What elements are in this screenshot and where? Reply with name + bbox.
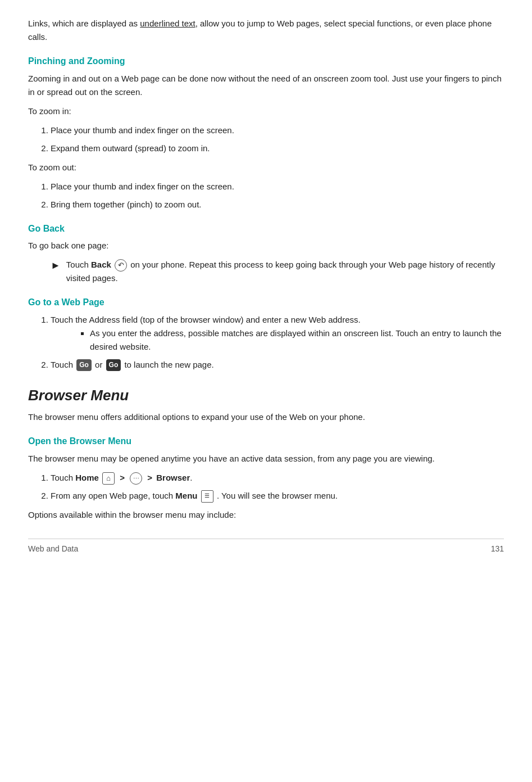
go-back-step-content: Touch Back ↶ on your phone. Repeat this …	[66, 258, 504, 285]
browser-menu-section: Browser Menu The browser menu offers add…	[28, 384, 504, 522]
touch-home-pre: Touch	[51, 473, 75, 482]
open-browser-menu-intro: The browser menu may be opened anytime y…	[28, 452, 504, 465]
go-button-icon-1: Go	[76, 359, 92, 371]
pinching-intro: Zooming in and out on a Web page can be …	[28, 72, 504, 99]
list-item: As you enter the address, possible match…	[90, 327, 504, 354]
footer-right: 131	[491, 543, 504, 555]
go-to-web-sub-list: As you enter the address, possible match…	[90, 327, 504, 354]
go-to-web-heading: Go to a Web Page	[28, 295, 504, 310]
apps-icon: ⋯	[130, 472, 142, 485]
zoom-out-list: Place your thumb and index finger on the…	[51, 180, 504, 211]
go-back-section: Go Back To go back one page: ► Touch Bac…	[28, 222, 504, 286]
arrow-icon: ►	[51, 258, 61, 273]
go-back-arrow-item: ► Touch Back ↶ on your phone. Repeat thi…	[51, 258, 504, 285]
go-back-step-pre: Touch	[66, 260, 91, 269]
options-available-text: Options available within the browser men…	[28, 508, 504, 522]
go-to-web-step2-mid: or	[93, 360, 105, 369]
go-back-intro: To go back one page:	[28, 239, 504, 252]
back-icon: ↶	[115, 259, 127, 272]
list-item: Bring them together (pinch) to zoom out.	[51, 198, 504, 211]
page-footer: Web and Data 131	[28, 539, 504, 555]
open-browser-menu-steps: Touch Home ⌂ > ⋯ > Browser. From any ope…	[51, 471, 504, 503]
zoom-in-label: To zoom in:	[28, 105, 504, 118]
go-to-web-step1-text: Touch the Address field (top of the brow…	[51, 315, 361, 324]
go-to-web-list: Touch the Address field (top of the brow…	[51, 313, 504, 372]
list-item: Touch Go or Go to launch the new page.	[51, 358, 504, 372]
browser-label: Browser	[156, 473, 190, 482]
gt-2: >	[147, 473, 152, 482]
go-back-heading: Go Back	[28, 222, 504, 236]
home-label: Home	[75, 473, 99, 482]
go-button-icon-2: Go	[106, 359, 121, 371]
back-bold-label: Back	[91, 260, 111, 269]
touch-home-post: .	[190, 473, 192, 482]
list-item: Touch the Address field (top of the brow…	[51, 313, 504, 354]
from-open-pre: From any open Web page, touch	[51, 491, 175, 500]
zoom-out-label: To zoom out:	[28, 161, 504, 174]
list-item: Place your thumb and index finger on the…	[51, 180, 504, 193]
go-to-web-step2-post: to launch the new page.	[122, 360, 213, 369]
browser-menu-heading: Browser Menu	[28, 384, 504, 408]
go-to-web-step2-pre: Touch	[51, 360, 75, 369]
zoom-in-list: Place your thumb and index finger on the…	[51, 124, 504, 155]
from-open-post: . You will see the browser menu.	[217, 491, 338, 500]
pinching-heading: Pinching and Zooming	[28, 54, 504, 69]
menu-icon: ☰	[201, 490, 213, 503]
pinching-section: Pinching and Zooming Zooming in and out …	[28, 54, 504, 211]
browser-menu-intro: The browser menu offers additional optio…	[28, 410, 504, 424]
menu-label: Menu	[175, 491, 197, 500]
go-back-step-suffix: on your phone. Repeat this process to ke…	[66, 260, 495, 283]
home-icon: ⌂	[102, 472, 115, 485]
go-to-web-section: Go to a Web Page Touch the Address field…	[28, 295, 504, 372]
intro-underlined: underlined text	[140, 19, 195, 28]
intro-paragraph: Links, which are displayed as underlined…	[28, 17, 504, 44]
list-item: From any open Web page, touch Menu ☰ . Y…	[51, 489, 504, 503]
footer-left: Web and Data	[28, 543, 78, 555]
gt-1: >	[120, 473, 125, 482]
list-item: Expand them outward (spread) to zoom in.	[51, 142, 504, 155]
intro-links-text: Links, which are displayed as	[28, 19, 140, 28]
list-item: Touch Home ⌂ > ⋯ > Browser.	[51, 471, 504, 485]
open-browser-menu-heading: Open the Browser Menu	[28, 434, 504, 449]
list-item: Place your thumb and index finger on the…	[51, 124, 504, 137]
